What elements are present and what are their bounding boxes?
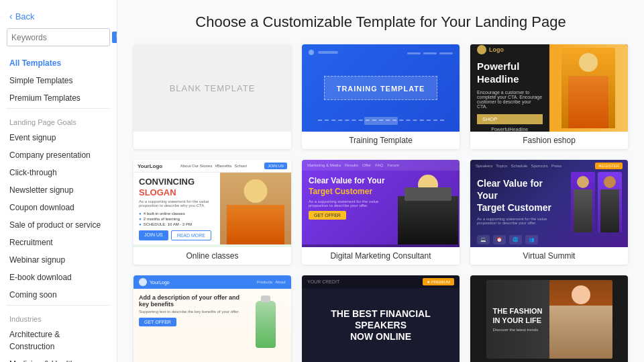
vsummit-nav-5: Press bbox=[551, 164, 561, 168]
search-box: 🔍 bbox=[7, 28, 110, 46]
offer-cta-btn[interactable]: GET OFFER bbox=[139, 318, 176, 326]
financial-thumb: YOUR CREDIT ★ PREMIUM THE BEST FINANCIAL… bbox=[302, 275, 460, 362]
online-nav-logo: YourLogo bbox=[138, 163, 162, 169]
sidebar-item-simple-templates[interactable]: Simple Templates bbox=[0, 72, 117, 89]
sidebar-item-company-presentation[interactable]: Company presentation bbox=[0, 146, 117, 164]
offer-logo-circle bbox=[139, 278, 147, 286]
sidebar-item-premium-templates[interactable]: Premium Templates bbox=[0, 89, 117, 107]
template-card-fashion-bottom[interactable]: THE FASHIONIN YOUR LIFE Discover the lat… bbox=[470, 275, 628, 362]
sidebar: ‹ Back 🔍 All Templates Simple Templates … bbox=[0, 0, 117, 362]
fashion-logo-text: Logo bbox=[489, 46, 504, 53]
fashion-label: Fashion eshop bbox=[470, 132, 628, 149]
offer-thumb: YourLogo Products About Add a descriptio… bbox=[133, 275, 291, 362]
digital-marketing-label: Digital Marketing Consultant bbox=[302, 247, 460, 265]
vsummit-icon-clock: ⏰ bbox=[493, 235, 506, 244]
sidebar-item-ebook-download[interactable]: E-book download bbox=[0, 269, 117, 286]
vsummit-nav-4: Sponsors bbox=[531, 164, 547, 168]
sidebar-item-coupon-download[interactable]: Coupon download bbox=[0, 199, 117, 216]
sidebar-item-medicine[interactable]: Medicine & Healthcare bbox=[0, 355, 117, 362]
sidebar-item-webinar-signup[interactable]: Webinar signup bbox=[0, 251, 117, 269]
fashion-shop-btn[interactable]: SHOP bbox=[477, 114, 543, 124]
vsummit-content: Clear Value for YourTarget Customer As a… bbox=[470, 172, 628, 232]
online-nav-school: School bbox=[234, 164, 246, 168]
fashion-logo-circle bbox=[477, 45, 486, 54]
sidebar-item-recruitment[interactable]: Recruitment bbox=[0, 234, 117, 251]
offer-sub: Supporting text to describe the key bene… bbox=[139, 310, 241, 314]
fin-content: THE BEST FINANCIAL SPEAKERSNOW ONLINE bbox=[302, 288, 460, 362]
search-input[interactable] bbox=[11, 33, 112, 42]
fashion-logo: Logo bbox=[477, 45, 543, 54]
digital-nav-forum: Forum bbox=[387, 163, 398, 167]
offer-logo-area: YourLogo bbox=[139, 278, 170, 286]
digital-footer: Your Value Proposition bbox=[302, 244, 460, 247]
online-nav-about: About Our Stories bbox=[180, 164, 213, 168]
online-sub: As a supporting statement for the value … bbox=[139, 199, 215, 208]
fashion-bottom-text: PowerfulHeadline bbox=[477, 127, 543, 132]
template-card-virtual-summit[interactable]: Speakers Topics Schedule Sponsors Press … bbox=[470, 160, 628, 265]
sidebar-item-click-through[interactable]: Click-through bbox=[0, 164, 117, 181]
online-slogan: CONVINCINGSLOGAN bbox=[139, 177, 215, 197]
template-card-fashion[interactable]: Logo PowerfulHeadline Encourage a custom… bbox=[470, 44, 628, 149]
virtual-summit-label: Virtual Summit bbox=[470, 247, 628, 265]
industries-section-header: Industries bbox=[0, 310, 117, 326]
fin-premium-badge: ★ PREMIUM bbox=[423, 278, 454, 285]
fin-logo: YOUR CREDIT bbox=[307, 279, 339, 284]
sidebar-item-sale-product[interactable]: Sale of product or service bbox=[0, 216, 117, 234]
blank-label: BLANK TEMPLATE bbox=[170, 83, 256, 93]
sidebar-item-coming-soon[interactable]: Coming soon bbox=[0, 286, 117, 304]
fin-header: YOUR CREDIT ★ PREMIUM bbox=[302, 275, 460, 288]
fashion-sub: Encourage a customer to complete your CT… bbox=[477, 90, 543, 109]
digital-nav-faq: FAQ bbox=[375, 163, 383, 167]
premium-text: PREMIUM bbox=[431, 280, 450, 284]
offer-nav-1: Products bbox=[257, 280, 273, 284]
digital-nav-marketing: Marketing & Media bbox=[307, 163, 341, 167]
digital-hero: Clear Value for YourTarget Customer As a… bbox=[302, 171, 460, 244]
back-arrow-icon: ‹ bbox=[9, 11, 13, 21]
back-button[interactable]: ‹ Back bbox=[0, 8, 117, 28]
sidebar-item-all-templates[interactable]: All Templates bbox=[0, 54, 117, 72]
digital-nav-offer: Offer bbox=[362, 163, 371, 167]
digital-nav-results: Results bbox=[345, 163, 358, 167]
vsummit-icon-globe: 🌐 bbox=[509, 235, 522, 244]
fashion-bottom-thumb: THE FASHIONIN YOUR LIFE Discover the lat… bbox=[470, 275, 628, 362]
offer-headline: Add a description of your offer and key … bbox=[139, 294, 241, 308]
sidebar-item-newsletter-signup[interactable]: Newsletter signup bbox=[0, 181, 117, 199]
digital-hero-left: Clear Value for YourTarget Customer As a… bbox=[302, 171, 396, 244]
template-card-digital-marketing[interactable]: Marketing & Media Results Offer FAQ Foru… bbox=[302, 160, 460, 265]
vsummit-left: Clear Value for YourTarget Customer As a… bbox=[470, 172, 565, 232]
digital-thumb: Marketing & Media Results Offer FAQ Foru… bbox=[302, 160, 460, 247]
fin-headline: THE BEST FINANCIAL SPEAKERSNOW ONLINE bbox=[307, 308, 454, 342]
vsummit-nav-3: Schedule bbox=[511, 164, 527, 168]
blank-thumb: BLANK TEMPLATE bbox=[133, 44, 291, 132]
digital-headline: Clear Value for YourTarget Customer bbox=[309, 176, 390, 197]
online-hero: CONVINCINGSLOGAN As a supporting stateme… bbox=[133, 173, 291, 244]
fashion-headline: PowerfulHeadline bbox=[477, 60, 543, 86]
vsummit-headline: Clear Value for YourTarget Customer bbox=[477, 177, 558, 214]
sidebar-item-architecture[interactable]: Architecture & Construction bbox=[0, 326, 117, 355]
page-title: Choose a Customizable Template for Your … bbox=[133, 13, 628, 31]
star-icon: ★ bbox=[427, 279, 430, 284]
online-about-bar: ABOUT OUR CLASSES bbox=[133, 244, 291, 247]
digital-cta-btn[interactable]: GET OFFER bbox=[309, 211, 346, 220]
template-card-online-classes[interactable]: YourLogo About Our Stories #Benefits Sch… bbox=[133, 160, 291, 265]
template-card-training[interactable]: TRAINING TEMPLATE Training Template bbox=[302, 44, 460, 149]
online-hero-right bbox=[220, 173, 291, 244]
online-nav-links: About Our Stories #Benefits School bbox=[180, 164, 247, 168]
template-card-blank[interactable]: BLANK TEMPLATE bbox=[133, 44, 291, 149]
vsummit-nav-1: Speakers bbox=[476, 164, 492, 168]
search-button[interactable]: 🔍 bbox=[112, 32, 117, 43]
main-content: Choose a Customizable Template for Your … bbox=[117, 0, 644, 362]
offer-text: Add a description of your offer and key … bbox=[139, 294, 241, 326]
training-text: TRAINING TEMPLATE bbox=[337, 85, 425, 93]
vsummit-nav-left: Speakers Topics Schedule Sponsors Press bbox=[476, 164, 561, 168]
template-card-financial[interactable]: YOUR CREDIT ★ PREMIUM THE BEST FINANCIAL… bbox=[302, 275, 460, 362]
goals-section-header: Landing Page Goals bbox=[0, 113, 117, 129]
template-card-offer[interactable]: YourLogo Products About Add a descriptio… bbox=[133, 275, 291, 362]
online-nav: YourLogo About Our Stories #Benefits Sch… bbox=[133, 160, 291, 173]
vsummit-register-btn[interactable]: REGISTER bbox=[595, 163, 623, 169]
online-join-btn[interactable]: JOIN US bbox=[264, 163, 287, 169]
fashion-right bbox=[549, 44, 629, 132]
sidebar-item-event-signup[interactable]: Event signup bbox=[0, 129, 117, 146]
training-thumb: TRAINING TEMPLATE bbox=[302, 44, 460, 132]
offer-image-area bbox=[246, 294, 286, 348]
